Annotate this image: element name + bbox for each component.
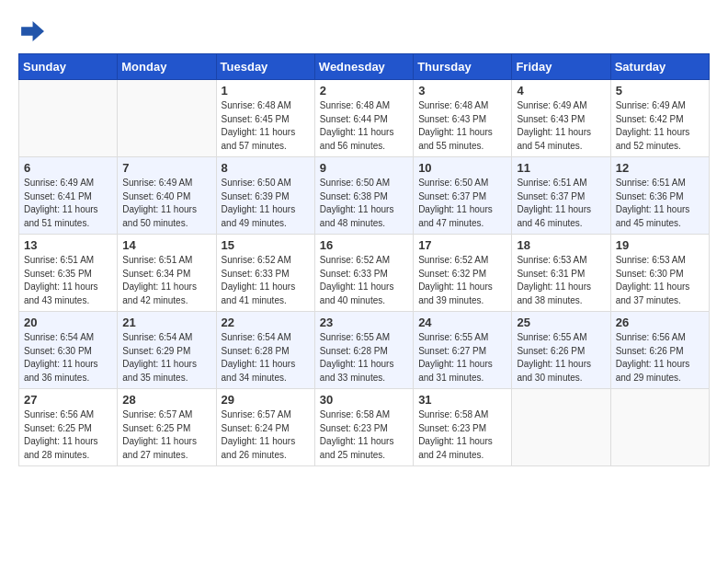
day-number: 16 bbox=[320, 238, 408, 252]
calendar-cell bbox=[118, 80, 216, 157]
calendar-cell bbox=[512, 389, 610, 466]
calendar-week-row: 1Sunrise: 6:48 AM Sunset: 6:45 PM Daylig… bbox=[19, 80, 710, 157]
day-info: Sunrise: 6:50 AM Sunset: 6:37 PM Dayligh… bbox=[418, 177, 506, 230]
weekday-header-thursday: Thursday bbox=[414, 54, 512, 80]
calendar-header: SundayMondayTuesdayWednesdayThursdayFrid… bbox=[19, 54, 710, 80]
day-info: Sunrise: 6:54 AM Sunset: 6:30 PM Dayligh… bbox=[24, 331, 112, 385]
day-info: Sunrise: 6:52 AM Sunset: 6:32 PM Dayligh… bbox=[418, 254, 506, 307]
day-number: 24 bbox=[418, 316, 506, 329]
day-number: 8 bbox=[222, 161, 310, 175]
calendar-body: 1Sunrise: 6:48 AM Sunset: 6:45 PM Daylig… bbox=[19, 80, 710, 466]
day-number: 26 bbox=[616, 316, 704, 329]
day-info: Sunrise: 6:54 AM Sunset: 6:28 PM Dayligh… bbox=[222, 331, 310, 385]
calendar-cell: 24Sunrise: 6:55 AM Sunset: 6:27 PM Dayli… bbox=[414, 312, 512, 389]
day-number: 10 bbox=[418, 161, 506, 175]
day-info: Sunrise: 6:49 AM Sunset: 6:40 PM Dayligh… bbox=[122, 177, 210, 230]
day-number: 29 bbox=[222, 393, 310, 407]
day-info: Sunrise: 6:51 AM Sunset: 6:34 PM Dayligh… bbox=[122, 254, 210, 307]
day-number: 27 bbox=[24, 393, 112, 407]
day-number: 19 bbox=[616, 238, 704, 252]
calendar-cell: 30Sunrise: 6:58 AM Sunset: 6:23 PM Dayli… bbox=[314, 389, 413, 466]
calendar-cell: 26Sunrise: 6:56 AM Sunset: 6:26 PM Dayli… bbox=[610, 312, 709, 389]
calendar-cell: 5Sunrise: 6:49 AM Sunset: 6:42 PM Daylig… bbox=[610, 80, 709, 157]
day-number: 12 bbox=[616, 161, 704, 175]
calendar-cell: 13Sunrise: 6:51 AM Sunset: 6:35 PM Dayli… bbox=[19, 235, 118, 312]
calendar-container: SundayMondayTuesdayWednesdayThursdayFrid… bbox=[0, 0, 728, 563]
day-number: 20 bbox=[24, 316, 112, 329]
calendar-week-row: 27Sunrise: 6:56 AM Sunset: 6:25 PM Dayli… bbox=[19, 389, 710, 466]
calendar-week-row: 20Sunrise: 6:54 AM Sunset: 6:30 PM Dayli… bbox=[19, 312, 710, 389]
calendar-cell: 4Sunrise: 6:49 AM Sunset: 6:43 PM Daylig… bbox=[512, 80, 610, 157]
calendar-cell: 16Sunrise: 6:52 AM Sunset: 6:33 PM Dayli… bbox=[314, 235, 413, 312]
calendar-week-row: 13Sunrise: 6:51 AM Sunset: 6:35 PM Dayli… bbox=[19, 235, 710, 312]
day-number: 14 bbox=[122, 238, 210, 252]
weekday-header-sunday: Sunday bbox=[19, 54, 118, 80]
calendar-cell: 25Sunrise: 6:55 AM Sunset: 6:26 PM Dayli… bbox=[512, 312, 610, 389]
calendar-cell: 15Sunrise: 6:52 AM Sunset: 6:33 PM Dayli… bbox=[216, 235, 314, 312]
calendar-cell: 10Sunrise: 6:50 AM Sunset: 6:37 PM Dayli… bbox=[414, 157, 512, 235]
day-number: 21 bbox=[122, 316, 210, 329]
day-info: Sunrise: 6:56 AM Sunset: 6:26 PM Dayligh… bbox=[616, 331, 704, 385]
day-number: 3 bbox=[418, 84, 506, 98]
day-number: 23 bbox=[320, 316, 408, 329]
day-info: Sunrise: 6:55 AM Sunset: 6:27 PM Dayligh… bbox=[418, 331, 506, 385]
header bbox=[18, 18, 710, 44]
day-number: 28 bbox=[122, 393, 210, 407]
day-info: Sunrise: 6:58 AM Sunset: 6:23 PM Dayligh… bbox=[320, 408, 408, 462]
calendar-cell: 3Sunrise: 6:48 AM Sunset: 6:43 PM Daylig… bbox=[414, 80, 512, 157]
calendar-cell: 31Sunrise: 6:58 AM Sunset: 6:23 PM Dayli… bbox=[414, 389, 512, 466]
day-info: Sunrise: 6:51 AM Sunset: 6:36 PM Dayligh… bbox=[616, 177, 704, 230]
day-number: 25 bbox=[517, 316, 605, 329]
calendar-cell: 27Sunrise: 6:56 AM Sunset: 6:25 PM Dayli… bbox=[19, 389, 118, 466]
day-info: Sunrise: 6:58 AM Sunset: 6:23 PM Dayligh… bbox=[418, 408, 506, 462]
calendar-cell: 12Sunrise: 6:51 AM Sunset: 6:36 PM Dayli… bbox=[610, 157, 709, 235]
day-info: Sunrise: 6:48 AM Sunset: 6:44 PM Dayligh… bbox=[320, 99, 408, 153]
day-info: Sunrise: 6:57 AM Sunset: 6:24 PM Dayligh… bbox=[222, 408, 310, 462]
logo-icon bbox=[18, 18, 44, 44]
day-number: 11 bbox=[517, 161, 605, 175]
day-info: Sunrise: 6:51 AM Sunset: 6:35 PM Dayligh… bbox=[24, 254, 112, 307]
weekday-header-row: SundayMondayTuesdayWednesdayThursdayFrid… bbox=[19, 54, 710, 80]
day-number: 17 bbox=[418, 238, 506, 252]
day-info: Sunrise: 6:53 AM Sunset: 6:30 PM Dayligh… bbox=[616, 254, 704, 307]
calendar-cell: 29Sunrise: 6:57 AM Sunset: 6:24 PM Dayli… bbox=[216, 389, 314, 466]
day-number: 30 bbox=[320, 393, 408, 407]
day-info: Sunrise: 6:55 AM Sunset: 6:28 PM Dayligh… bbox=[320, 331, 408, 385]
day-info: Sunrise: 6:49 AM Sunset: 6:42 PM Dayligh… bbox=[616, 99, 704, 153]
weekday-header-saturday: Saturday bbox=[610, 54, 709, 80]
calendar-cell: 9Sunrise: 6:50 AM Sunset: 6:38 PM Daylig… bbox=[314, 157, 413, 235]
day-number: 7 bbox=[122, 161, 210, 175]
calendar-cell: 21Sunrise: 6:54 AM Sunset: 6:29 PM Dayli… bbox=[118, 312, 216, 389]
day-number: 1 bbox=[222, 84, 310, 98]
day-info: Sunrise: 6:49 AM Sunset: 6:43 PM Dayligh… bbox=[517, 99, 605, 153]
calendar-table: SundayMondayTuesdayWednesdayThursdayFrid… bbox=[18, 53, 710, 466]
day-number: 5 bbox=[616, 84, 704, 98]
day-info: Sunrise: 6:55 AM Sunset: 6:26 PM Dayligh… bbox=[517, 331, 605, 385]
day-info: Sunrise: 6:56 AM Sunset: 6:25 PM Dayligh… bbox=[24, 408, 112, 462]
day-number: 15 bbox=[222, 238, 310, 252]
calendar-cell: 8Sunrise: 6:50 AM Sunset: 6:39 PM Daylig… bbox=[216, 157, 314, 235]
calendar-cell bbox=[19, 80, 118, 157]
calendar-week-row: 6Sunrise: 6:49 AM Sunset: 6:41 PM Daylig… bbox=[19, 157, 710, 235]
calendar-cell: 28Sunrise: 6:57 AM Sunset: 6:25 PM Dayli… bbox=[118, 389, 216, 466]
day-info: Sunrise: 6:54 AM Sunset: 6:29 PM Dayligh… bbox=[122, 331, 210, 385]
calendar-cell: 7Sunrise: 6:49 AM Sunset: 6:40 PM Daylig… bbox=[118, 157, 216, 235]
calendar-cell: 2Sunrise: 6:48 AM Sunset: 6:44 PM Daylig… bbox=[314, 80, 413, 157]
day-number: 2 bbox=[320, 84, 408, 98]
day-number: 6 bbox=[24, 161, 112, 175]
day-info: Sunrise: 6:57 AM Sunset: 6:25 PM Dayligh… bbox=[122, 408, 210, 462]
day-number: 13 bbox=[24, 238, 112, 252]
calendar-cell: 17Sunrise: 6:52 AM Sunset: 6:32 PM Dayli… bbox=[414, 235, 512, 312]
calendar-cell: 6Sunrise: 6:49 AM Sunset: 6:41 PM Daylig… bbox=[19, 157, 118, 235]
weekday-header-friday: Friday bbox=[512, 54, 610, 80]
day-number: 31 bbox=[418, 393, 506, 407]
day-info: Sunrise: 6:52 AM Sunset: 6:33 PM Dayligh… bbox=[222, 254, 310, 307]
day-info: Sunrise: 6:50 AM Sunset: 6:38 PM Dayligh… bbox=[320, 177, 408, 230]
day-number: 18 bbox=[517, 238, 605, 252]
day-info: Sunrise: 6:48 AM Sunset: 6:45 PM Dayligh… bbox=[222, 99, 310, 153]
calendar-cell: 23Sunrise: 6:55 AM Sunset: 6:28 PM Dayli… bbox=[314, 312, 413, 389]
calendar-cell: 1Sunrise: 6:48 AM Sunset: 6:45 PM Daylig… bbox=[216, 80, 314, 157]
calendar-cell bbox=[610, 389, 709, 466]
calendar-cell: 11Sunrise: 6:51 AM Sunset: 6:37 PM Dayli… bbox=[512, 157, 610, 235]
calendar-cell: 14Sunrise: 6:51 AM Sunset: 6:34 PM Dayli… bbox=[118, 235, 216, 312]
